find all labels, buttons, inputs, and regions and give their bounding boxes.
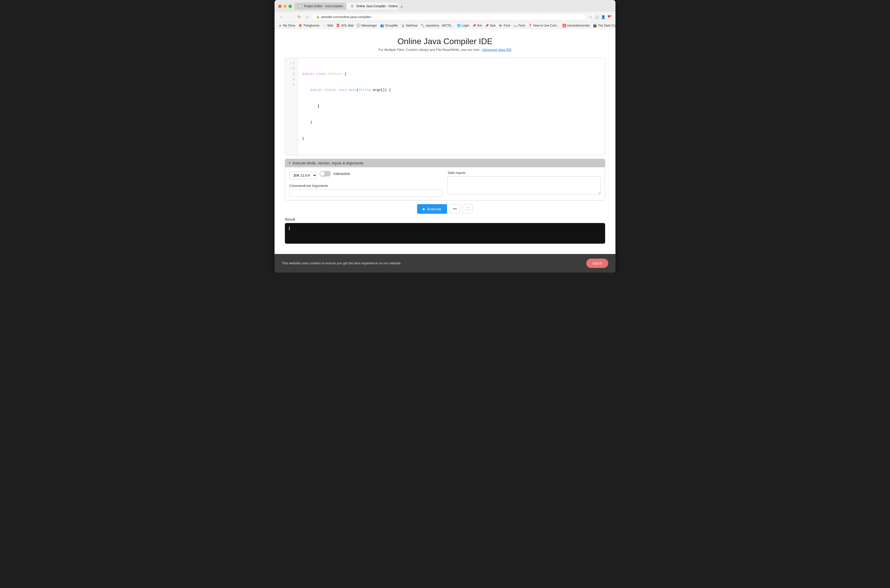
lock-icon: 🔒	[316, 15, 320, 19]
cookie-banner: This website uses cookies to ensure you …	[275, 254, 615, 273]
bookmark-login[interactable]: 🌐 Login	[457, 24, 469, 27]
aol-icon: 📮	[336, 24, 340, 27]
login-icon: 🌐	[457, 24, 461, 27]
how-to-icon: ❓	[528, 24, 532, 27]
cookie-text: This website uses cookies to ensure you …	[282, 261, 401, 265]
jdk-version-select[interactable]: JDK 11.0.4 JDK 8 JDK 14	[289, 172, 317, 179]
fack-icon: 📌	[485, 24, 489, 27]
back-button[interactable]: ←	[278, 14, 285, 20]
bookmark-netgear-label: NetGear	[406, 24, 418, 27]
bookmark-fack[interactable]: 📌 fack	[485, 24, 496, 27]
dark-crystal-icon: 🎬	[593, 24, 597, 27]
new-tab-button[interactable]: +	[399, 4, 405, 10]
close-window-button[interactable]	[278, 4, 281, 8]
execute-actions: ▶ Execute ••• ⛶	[285, 204, 605, 214]
tab-icon-instructables: 📋	[298, 4, 302, 8]
bookmark-netgear[interactable]: 📡 NetGear	[401, 24, 418, 27]
code-editor[interactable]: ▾ 1 ▾ 2 3 4 5	[285, 58, 605, 155]
thingiverse-icon: 🦊	[298, 24, 302, 27]
method-name-main: main	[349, 87, 356, 93]
code-content[interactable]: public class MyClass { public static voi…	[298, 58, 605, 155]
forward-button[interactable]: →	[287, 14, 294, 20]
fold-arrow-1[interactable]: ▾	[290, 62, 292, 65]
fold-arrow-2[interactable]: ▾	[290, 67, 292, 70]
fick-icon: 📌	[472, 24, 476, 27]
tab-jdoodle[interactable]: ☕ Online Java Compiler - Online... ✕	[347, 3, 398, 10]
bookmark-groupme[interactable]: 👥 GroupMe	[380, 24, 398, 27]
code-line-1: public class MyClass {	[302, 72, 601, 77]
tab-close-instructables[interactable]: ✕	[346, 5, 346, 8]
user-icon[interactable]: 👤	[601, 15, 605, 19]
window-controls	[278, 4, 292, 8]
result-output	[285, 223, 605, 244]
collapse-icon: ▾	[289, 161, 290, 165]
stdin-label: Stdin Inputs	[448, 171, 601, 175]
execute-section-header[interactable]: ▾ Execute Mode, Version, Inputs & Argume…	[285, 159, 605, 167]
more-options-button[interactable]: •••	[450, 204, 460, 213]
url-bar[interactable]: 🔒 jdoodle.com/online-java-compiler/	[312, 14, 586, 20]
advanced-ide-link[interactable]: Advanced Java IDE	[482, 48, 512, 52]
code-line-5: }	[302, 136, 601, 141]
bookmark-thingiverse[interactable]: 🦊 Thingiverse	[298, 24, 319, 27]
bookmark-fock[interactable]: 🐦 Fock	[499, 24, 510, 27]
bookmark-aol-mail-label: AOL Mail	[341, 24, 353, 27]
execute-left: JDK 11.0.4 JDK 8 JDK 14 Interactive Co	[289, 171, 442, 197]
fullscreen-button[interactable]: ⛶	[463, 204, 473, 213]
bookmark-mail[interactable]: ✉️ Mail	[322, 24, 333, 27]
keyword-static: static	[325, 87, 338, 93]
jdk-select-row: JDK 11.0.4 JDK 8 JDK 14 Interactive	[289, 171, 442, 180]
bookmark-feck[interactable]: 📖 Feck	[513, 24, 525, 27]
flag-icon[interactable]: 🚩	[607, 15, 612, 19]
bookmark-star-icon[interactable]: ☆	[589, 15, 592, 19]
bookmark-feck-label: Feck	[518, 24, 525, 27]
tab-label-jdoodle: Online Java Compiler - Online...	[356, 4, 398, 8]
line-number-4: 4	[285, 77, 298, 82]
bookmark-login-label: Login	[462, 24, 469, 27]
bookmark-repository[interactable]: 🔧 repository - WCTE...	[421, 24, 454, 27]
stdin-textarea[interactable]	[448, 176, 601, 194]
bookmark-messenger-label: Messenger	[362, 24, 377, 27]
address-actions: ☆ ⬜ 👤 🚩	[589, 15, 612, 19]
code-line-4: }	[302, 120, 601, 125]
bookmark-aol-mail[interactable]: 📮 AOL Mail	[336, 24, 353, 27]
page-content: Online Java Compiler IDE For Multiple Fi…	[275, 29, 615, 254]
interactive-row: Interactive	[319, 171, 350, 177]
line-numbers: ▾ 1 ▾ 2 3 4 5	[285, 58, 298, 155]
bookmark-messenger[interactable]: 💬 Messenger	[357, 24, 377, 27]
refresh-button[interactable]: ↻	[296, 14, 302, 20]
messenger-icon: 💬	[357, 24, 361, 27]
netgear-icon: 📡	[401, 24, 405, 27]
address-bar: ← → ↻ ⌂ 🔒 jdoodle.com/online-java-compil…	[275, 12, 615, 22]
bookmark-fack-label: fack	[490, 24, 496, 27]
page-header: Online Java Compiler IDE For Multiple Fi…	[285, 37, 605, 52]
execute-button-label: Execute	[427, 207, 441, 211]
bookmark-iresolution[interactable]: 🅰️ iresolutioncenter	[562, 24, 590, 27]
home-button[interactable]: ⌂	[305, 14, 310, 20]
maximize-window-button[interactable]	[289, 4, 292, 8]
feck-icon: 📖	[513, 24, 517, 27]
execute-right: Stdin Inputs	[448, 171, 601, 197]
minimize-window-button[interactable]	[283, 4, 287, 8]
interactive-toggle[interactable]	[319, 171, 331, 177]
toggle-knob	[320, 171, 325, 176]
result-section: Result	[285, 218, 605, 244]
line-number-2: ▾ 2	[285, 66, 298, 72]
bookmark-my-drive[interactable]: 🔺 My Drive	[278, 24, 295, 27]
bookmark-how-to[interactable]: ❓ How to Use Com...	[528, 24, 559, 27]
result-label: Result	[285, 218, 605, 222]
bookmark-iresolution-label: iresolutioncenter	[567, 24, 590, 27]
bookmark-dark-crystal[interactable]: 🎬 The Dark Crystal:...	[593, 24, 615, 27]
bookmark-fick[interactable]: 📌 fick	[472, 24, 482, 27]
bookmark-how-to-label: How to Use Com...	[533, 24, 559, 27]
bookmark-groupme-label: GroupMe	[385, 24, 398, 27]
execute-button[interactable]: ▶ Execute	[417, 204, 447, 214]
class-name: MyClass	[328, 72, 343, 77]
repo-icon: 🔧	[421, 24, 425, 27]
got-it-button[interactable]: Got it!	[586, 259, 608, 268]
code-line-3	[302, 104, 601, 109]
screenshare-icon[interactable]: ⬜	[595, 15, 599, 19]
tab-instructables[interactable]: 📋 Project Editor - Instructables ✕	[295, 3, 346, 10]
interactive-label: Interactive	[334, 172, 350, 176]
cmd-args-input[interactable]	[289, 189, 442, 197]
bookmark-mail-label: Mail	[327, 24, 333, 27]
